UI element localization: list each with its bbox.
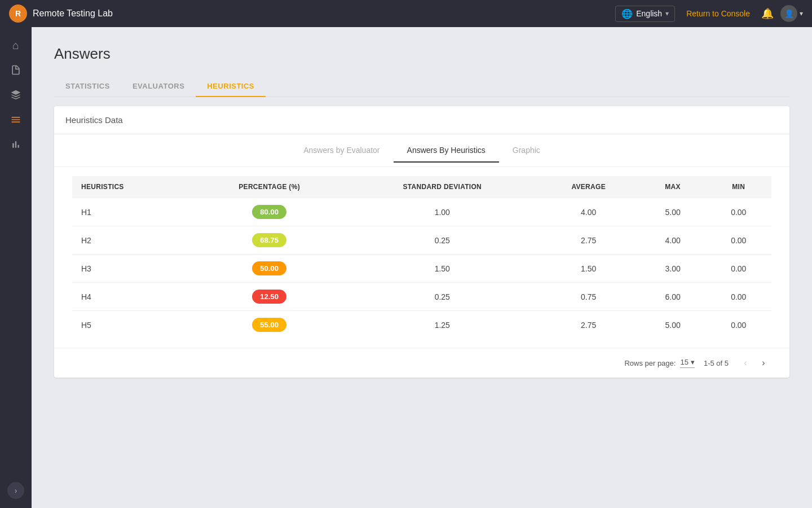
cell-average: 4.00: [537, 198, 640, 226]
table-row: H1 80.00 1.00 4.00 5.00 0.00: [72, 198, 771, 226]
sidebar-item-chart[interactable]: [5, 133, 27, 156]
table-row: H4 12.50 0.25 0.75 6.00 0.00: [72, 283, 771, 311]
table-container: HEURISTICS Percentage (%) Standard devia…: [54, 167, 789, 348]
prev-page-button[interactable]: ‹: [738, 355, 753, 371]
table-row: H3 50.00 1.50 1.50 3.00 0.00: [72, 255, 771, 283]
table-header-row: HEURISTICS Percentage (%) Standard devia…: [72, 176, 771, 198]
next-page-button[interactable]: ›: [756, 355, 771, 371]
cell-std-dev: 0.25: [347, 226, 537, 255]
card-header: Heuristics Data: [54, 106, 789, 134]
rows-per-page-label: Rows per page:: [624, 359, 676, 367]
user-circle-icon: 👤: [780, 5, 797, 22]
rows-chevron-icon: ▾: [691, 358, 695, 366]
sidebar-item-heuristics[interactable]: [5, 108, 27, 131]
sidebar-bottom: ›: [7, 482, 24, 499]
cell-average: 0.75: [537, 283, 640, 311]
sidebar-expand-button[interactable]: ›: [7, 482, 24, 499]
cell-min: 0.00: [706, 255, 771, 283]
col-std-dev: Standard deviation: [347, 176, 537, 198]
heuristics-card: Heuristics Data Answers by Evaluator Ans…: [54, 106, 789, 378]
cell-min: 0.00: [706, 198, 771, 226]
sub-tabs: Answers by Evaluator Answers By Heuristi…: [54, 134, 789, 167]
pagination: Rows per page: 15 ▾ 1-5 of 5 ‹ ›: [54, 348, 789, 378]
sidebar-item-documents[interactable]: [5, 59, 27, 81]
cell-percentage: 68.75: [191, 226, 347, 255]
cell-max: 5.00: [640, 198, 706, 226]
sidebar-item-home[interactable]: ⌂: [5, 34, 27, 56]
cell-heuristic: H5: [72, 311, 191, 339]
rows-per-page-select[interactable]: 15 ▾: [680, 358, 694, 368]
main-tabs: STATISTICS EVALUATORS HEURISTICS: [54, 76, 789, 97]
tab-evaluators[interactable]: EVALUATORS: [121, 76, 196, 97]
rows-per-page: Rows per page: 15 ▾: [624, 358, 695, 368]
language-label: English: [636, 9, 662, 18]
user-avatar[interactable]: 👤 ▾: [780, 5, 803, 22]
percentage-badge: 68.75: [252, 233, 286, 247]
cell-average: 2.75: [537, 311, 640, 339]
cell-average: 1.50: [537, 255, 640, 283]
cell-min: 0.00: [706, 226, 771, 255]
sidebar-item-layers[interactable]: [5, 84, 27, 106]
cell-percentage: 12.50: [191, 283, 347, 311]
table-row: H5 55.00 1.25 2.75 5.00 0.00: [72, 311, 771, 339]
page-info: 1-5 of 5: [704, 359, 729, 367]
cell-heuristic: H3: [72, 255, 191, 283]
cell-average: 2.75: [537, 226, 640, 255]
main-content: Answers STATISTICS EVALUATORS HEURISTICS…: [32, 27, 812, 508]
return-to-console-button[interactable]: Return to Console: [682, 7, 754, 20]
sub-tab-graphic[interactable]: Graphic: [499, 139, 554, 163]
sub-tab-answers-by-evaluator[interactable]: Answers by Evaluator: [290, 139, 393, 163]
page-navigation: ‹ ›: [738, 355, 771, 371]
cell-percentage: 50.00: [191, 255, 347, 283]
cell-percentage: 55.00: [191, 311, 347, 339]
percentage-badge: 80.00: [252, 205, 286, 219]
language-icon: 🌐: [621, 8, 633, 19]
col-min: Min: [706, 176, 771, 198]
sidebar: ⌂ ›: [0, 27, 32, 508]
cell-heuristic: H4: [72, 283, 191, 311]
user-chevron-icon: ▾: [800, 10, 803, 17]
language-selector[interactable]: 🌐 English ▾: [615, 6, 675, 22]
col-percentage: Percentage (%): [191, 176, 347, 198]
rows-value: 15: [680, 358, 688, 366]
cell-max: 4.00: [640, 226, 706, 255]
cell-heuristic: H1: [72, 198, 191, 226]
heuristics-table: HEURISTICS Percentage (%) Standard devia…: [72, 176, 771, 339]
cell-max: 5.00: [640, 311, 706, 339]
topnav-right: 🌐 English ▾ Return to Console 🔔 👤 ▾: [615, 5, 803, 22]
tab-statistics[interactable]: STATISTICS: [54, 76, 121, 97]
percentage-badge: 50.00: [252, 261, 286, 275]
cell-std-dev: 0.25: [347, 283, 537, 311]
cell-max: 3.00: [640, 255, 706, 283]
col-average: Average: [537, 176, 640, 198]
top-navigation: R Remote Testing Lab 🌐 English ▾ Return …: [0, 0, 812, 27]
cell-heuristic: H2: [72, 226, 191, 255]
page-title: Answers: [54, 45, 789, 63]
cell-std-dev: 1.25: [347, 311, 537, 339]
cell-percentage: 80.00: [191, 198, 347, 226]
cell-std-dev: 1.00: [347, 198, 537, 226]
cell-max: 6.00: [640, 283, 706, 311]
percentage-badge: 12.50: [252, 290, 286, 304]
app-logo: R: [9, 5, 27, 23]
chevron-down-icon: ▾: [665, 10, 669, 17]
app-title: Remote Testing Lab: [33, 8, 615, 19]
tab-heuristics[interactable]: HEURISTICS: [196, 76, 266, 97]
cell-min: 0.00: [706, 311, 771, 339]
sub-tab-answers-by-heuristics[interactable]: Answers By Heuristics: [394, 139, 499, 163]
cell-std-dev: 1.50: [347, 255, 537, 283]
notification-icon[interactable]: 🔔: [761, 7, 774, 20]
cell-min: 0.00: [706, 283, 771, 311]
col-max: Max: [640, 176, 706, 198]
percentage-badge: 55.00: [252, 318, 286, 332]
table-row: H2 68.75 0.25 2.75 4.00 0.00: [72, 226, 771, 255]
col-heuristics: HEURISTICS: [72, 176, 191, 198]
